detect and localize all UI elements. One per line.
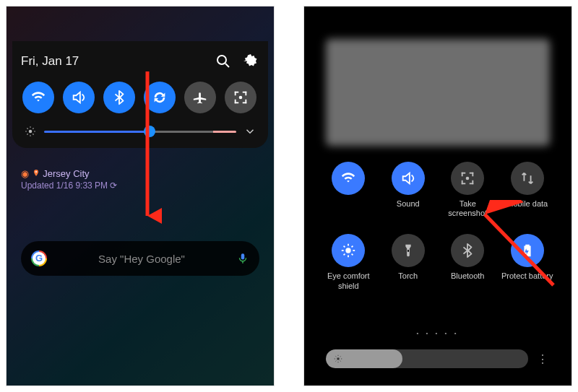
mic-icon[interactable]: [236, 252, 249, 265]
sound-icon: [71, 90, 87, 105]
tile-eye-comfort[interactable]: Eye comfort shield: [319, 234, 377, 290]
brightness-fill: [326, 349, 402, 368]
right-phone: Sound Take screenshot Mobile data Eye co…: [303, 6, 572, 386]
weather-updated: Updated 1/16 9:33 PM ⟳: [21, 180, 259, 191]
tile-bluetooth[interactable]: Bluetooth: [439, 234, 496, 290]
wifi-toggle[interactable]: [22, 82, 54, 113]
quick-settings-panel[interactable]: Fri, Jan 17: [12, 41, 268, 148]
torch-icon: [400, 243, 416, 258]
page-indicator: • • • • •: [304, 330, 571, 336]
refresh-icon: ⟳: [110, 180, 117, 191]
search-icon[interactable]: [215, 53, 232, 70]
sound-toggle[interactable]: [63, 82, 95, 113]
brightness-slider[interactable]: [326, 349, 528, 368]
airplane-icon: [192, 90, 208, 105]
google-search-bar[interactable]: Say "Hey Google": [21, 241, 259, 276]
left-phone: ◉ Jersey City Updated 1/16 9:33 PM ⟳ Say…: [6, 6, 275, 386]
weather-location: ◉ Jersey City: [21, 168, 259, 179]
wifi-icon: [30, 90, 46, 105]
google-placeholder: Say "Hey Google": [47, 253, 236, 265]
tile-take-screenshot[interactable]: Take screenshot: [439, 162, 496, 218]
screenshot-icon: [460, 170, 475, 186]
tile-torch[interactable]: Torch: [379, 234, 437, 290]
sync-icon: [152, 90, 168, 105]
brightness-slider-row: ⋮: [326, 349, 550, 368]
pin-icon: [32, 169, 40, 178]
tile-sound[interactable]: Sound: [379, 162, 437, 218]
brightness-slider-row: [21, 125, 259, 138]
qs-toggle-row: [21, 82, 259, 113]
settings-gear-icon[interactable]: [242, 53, 259, 70]
sound-icon: [400, 170, 416, 186]
sync-toggle[interactable]: [144, 82, 176, 113]
battery-icon: [519, 243, 535, 258]
slider-thumb[interactable]: [144, 126, 155, 137]
warning-icon: ◉: [21, 168, 29, 179]
screenshot-icon: [233, 90, 249, 105]
google-logo-icon: [31, 251, 47, 266]
city-label: Jersey City: [43, 168, 89, 179]
date-label: Fri, Jan 17: [21, 54, 204, 69]
brightness-icon: [24, 125, 37, 138]
more-icon[interactable]: ⋮: [535, 352, 550, 366]
screenshot-toggle[interactable]: [225, 82, 256, 113]
qs-header: Fri, Jan 17: [21, 53, 259, 70]
homescreen-content: ◉ Jersey City Updated 1/16 9:33 PM ⟳ Say…: [7, 165, 274, 386]
mobile-data-icon: [519, 170, 535, 186]
tile-wifi[interactable]: [319, 162, 377, 218]
qs-tiles-grid: Sound Take screenshot Mobile data Eye co…: [319, 162, 557, 291]
airplane-toggle[interactable]: [184, 82, 216, 113]
brightness-icon: [333, 354, 343, 364]
expand-icon[interactable]: [243, 125, 256, 138]
brightness-slider[interactable]: [44, 131, 236, 133]
blurred-preview: [326, 39, 550, 146]
wifi-icon: [340, 170, 356, 186]
eye-comfort-icon: [340, 243, 356, 258]
tile-protect-battery[interactable]: Protect battery: [499, 234, 556, 290]
bluetooth-toggle[interactable]: [103, 82, 135, 113]
bluetooth-icon: [111, 90, 127, 105]
bluetooth-icon: [460, 243, 475, 258]
tile-mobile-data[interactable]: Mobile data: [499, 162, 556, 218]
